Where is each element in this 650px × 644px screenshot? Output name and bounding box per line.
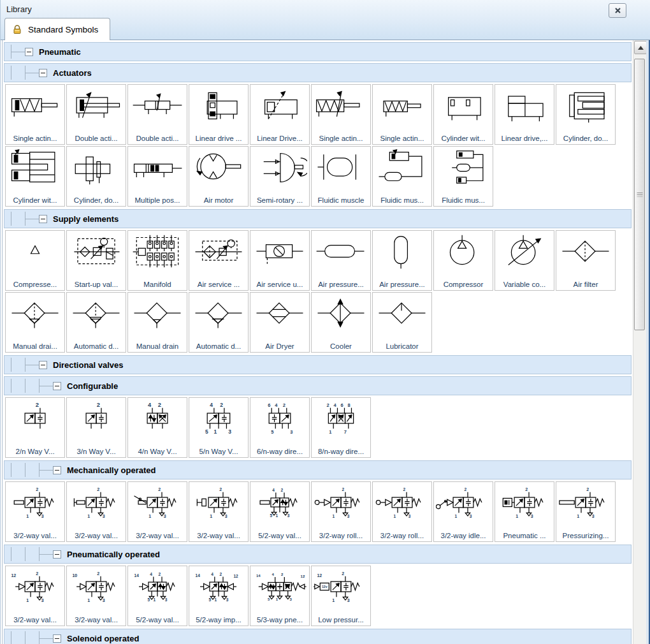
symbol-tile[interactable]: 2133/2-way val... [66, 481, 126, 542]
svg-text:3: 3 [531, 514, 533, 518]
symbol-tile[interactable]: 2133/2-way val... [127, 481, 187, 542]
symbol-tile[interactable]: Manual drai... [5, 292, 65, 353]
symbol-tile[interactable]: 213Pneumatic ... [495, 481, 554, 542]
collapse-toggle[interactable] [25, 48, 33, 56]
symbol-tile[interactable]: 425135/n Way V... [189, 397, 249, 458]
symbol-tile[interactable]: 2133/2-way val... [189, 481, 249, 542]
tile-label: 5/3-way pne... [250, 615, 309, 625]
symbol-cyl-springfull [375, 87, 430, 124]
symbol-tile[interactable]: Cylinder wit... [5, 146, 65, 207]
symbol-tile[interactable]: Cylinder wit... [433, 84, 493, 145]
svg-text:1: 1 [394, 514, 396, 518]
section-header-solenoid-operated[interactable]: Solenoid operated [4, 629, 632, 644]
symbol-valve: 425131214 [252, 568, 307, 605]
symbol-tile[interactable]: Double acti... [127, 84, 187, 145]
svg-text:10: 10 [72, 573, 77, 578]
tile-label: 8/n-way dire... [312, 447, 370, 457]
symbol-valve: 213 [69, 484, 124, 521]
symbol-tile[interactable]: Automatic d... [66, 292, 126, 353]
symbol-tile[interactable]: Compressor [433, 230, 493, 291]
symbol-tile[interactable]: Air pressure... [372, 230, 432, 291]
symbol-tile[interactable]: Air pressure... [311, 230, 371, 291]
symbol-tile[interactable]: Lubricator [372, 292, 432, 353]
symbol-dia-filter [558, 233, 613, 270]
panel-title: Library [6, 4, 32, 14]
collapse-toggle[interactable] [53, 466, 61, 474]
symbol-tile[interactable]: Start-up val... [66, 230, 126, 291]
collapse-toggle[interactable] [53, 634, 61, 643]
tab-standard-symbols[interactable]: Standard Symbols [4, 18, 110, 40]
symbol-tile[interactable]: Cylinder, do... [66, 146, 126, 207]
symbol-tile[interactable]: 213103/2-way val... [66, 566, 126, 626]
section-header-configurable[interactable]: Configurable [4, 376, 632, 395]
symbol-tile[interactable]: Semi-rotary ... [250, 146, 310, 207]
symbol-tile[interactable]: 21312v12Low pressur... [311, 566, 371, 626]
tile-label: Multiple pos... [128, 196, 187, 205]
collapse-toggle[interactable] [53, 382, 61, 390]
symbol-tile[interactable]: Manifold [127, 230, 187, 291]
symbol-tile[interactable]: Single actin... [372, 84, 432, 145]
symbol-dia-drain-auto [69, 295, 124, 332]
symbol-tile[interactable]: 23/n Way V... [66, 397, 126, 458]
symbol-tile[interactable]: 424/n Way V... [127, 397, 187, 458]
symbol-tile[interactable]: Cylinder, do... [556, 84, 616, 145]
symbol-tile[interactable]: 42513145/2-way val... [127, 566, 187, 626]
symbol-tile[interactable]: Air Dryer [250, 292, 310, 353]
symbol-tile[interactable]: Cooler [311, 292, 371, 353]
svg-text:2: 2 [525, 487, 528, 492]
symbol-tile[interactable]: Linear drive,... [495, 84, 554, 145]
svg-text:12: 12 [301, 574, 305, 578]
symbol-tile[interactable]: 22/n Way V... [5, 397, 65, 458]
scroll-up-button[interactable] [634, 41, 647, 54]
section-header-actuators[interactable]: Actuators [4, 63, 632, 82]
scrollbar-thumb[interactable] [634, 59, 645, 330]
symbol-tile[interactable]: Compresse... [5, 230, 65, 291]
collapse-toggle[interactable] [39, 361, 47, 369]
symbol-tile[interactable]: 642536/n-way dire... [250, 397, 310, 458]
symbol-tile[interactable]: Fluidic mus... [433, 146, 493, 207]
symbol-tile[interactable]: Variable co... [495, 230, 554, 291]
collapse-toggle[interactable] [39, 215, 47, 223]
section-header-pneumatically-operated[interactable]: Pneumatically operated [4, 545, 632, 564]
symbol-tile[interactable]: 4251312145/2-way imp... [189, 566, 249, 626]
collapse-toggle[interactable] [53, 550, 61, 559]
symbol-tile[interactable]: Fluidic muscle [311, 146, 371, 207]
section-header-mechanically-operated[interactable]: Mechanically operated [4, 460, 632, 479]
symbol-valve: 2 [8, 400, 62, 437]
symbol-tile[interactable]: Double acti... [66, 84, 126, 145]
tree-line [39, 638, 53, 639]
symbol-tile[interactable]: Automatic d... [189, 292, 249, 353]
symbol-tile[interactable]: 2133/2-way idle... [433, 481, 493, 542]
symbol-tile[interactable]: Air motor [189, 146, 249, 207]
symbol-tile[interactable]: 2133/2-way roll... [311, 481, 371, 542]
collapse-toggle[interactable] [39, 69, 47, 77]
symbol-tile[interactable]: 213Pressurizing... [556, 481, 616, 542]
scrollbar[interactable] [633, 40, 646, 644]
symbol-tile[interactable]: Fluidic mus... [372, 146, 432, 207]
section-header-directional-valves[interactable]: Directional valves [4, 355, 632, 374]
symbol-tile[interactable]: Multiple pos... [127, 146, 187, 207]
symbol-tile[interactable]: 2468178/n-way dire... [311, 397, 371, 458]
symbol-tile[interactable]: Air service ... [189, 230, 249, 291]
symbol-tile[interactable]: Linear drive ... [189, 84, 249, 145]
symbol-tile[interactable]: Single actin... [311, 84, 371, 145]
symbol-tile[interactable]: Manual drain [127, 292, 187, 353]
section-header-pneumatic[interactable]: Pneumatic [4, 42, 632, 61]
close-button[interactable] [609, 3, 626, 18]
symbol-tile[interactable]: 425135/2-way val... [250, 481, 310, 542]
svg-text:3: 3 [103, 598, 105, 603]
symbol-tile[interactable]: 4251312145/3-way pne... [250, 566, 310, 626]
section-header-supply-elements[interactable]: Supply elements [4, 209, 632, 228]
symbol-tile[interactable]: Air service u... [250, 230, 310, 291]
symbol-tile[interactable]: Single actin... [5, 84, 65, 145]
symbol-tile[interactable]: Linear Drive... [250, 84, 310, 145]
minus-icon [55, 470, 59, 471]
symbol-cyl-through [130, 87, 185, 124]
symbol-tile[interactable]: Air filter [556, 230, 616, 291]
symbol-res-v [375, 233, 430, 270]
svg-text:3: 3 [228, 428, 231, 435]
symbol-tile[interactable]: 213123/2-way val... [5, 566, 65, 626]
symbol-tile[interactable]: 2133/2-way roll... [372, 481, 432, 542]
symbol-tile[interactable]: 2133/2-way val... [5, 481, 65, 542]
tile-label: Cylinder, do... [67, 196, 126, 205]
